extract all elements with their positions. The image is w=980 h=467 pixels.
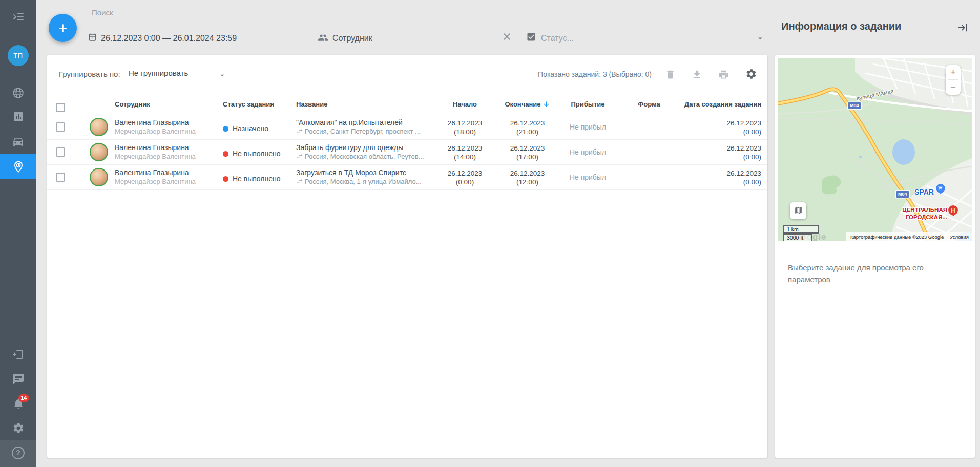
group-by-select[interactable]: Не группировать bbox=[129, 67, 232, 83]
header-title[interactable]: Название bbox=[296, 94, 456, 115]
sidebar-item-notifications[interactable]: 14 bbox=[0, 392, 36, 415]
task-address: Россия, Москва, 1-я улица Измайло... bbox=[305, 178, 422, 185]
status-filter-select[interactable]: Статус... bbox=[541, 34, 574, 43]
arrival-status: Не прибыл bbox=[558, 115, 617, 140]
table-row[interactable]: Валентина ГлазыринаМерчендайзер Валентин… bbox=[47, 115, 767, 140]
start-datetime: 26.12.2023(14:00) bbox=[435, 140, 494, 161]
info-panel-title: Информация о задании bbox=[781, 20, 901, 32]
sidebar-item-vehicles[interactable] bbox=[0, 130, 36, 153]
end-datetime: 26.12.2023(21:00) bbox=[498, 115, 557, 136]
store-pin-icon[interactable] bbox=[936, 184, 945, 193]
table-header-row: Сотрудник Статус задания Название Начало… bbox=[47, 94, 767, 114]
sidebar-item-add-device[interactable] bbox=[0, 343, 36, 366]
table-settings-button[interactable] bbox=[745, 68, 757, 80]
clear-employee-button[interactable] bbox=[502, 32, 512, 43]
map-type-button[interactable] bbox=[790, 202, 806, 219]
group-by-label: Группировать по: bbox=[59, 70, 120, 78]
end-datetime: 26.12.2023(17:00) bbox=[498, 140, 557, 161]
search-underline bbox=[92, 28, 181, 28]
status-dot bbox=[223, 176, 228, 182]
menu-toggle-button[interactable] bbox=[0, 6, 36, 28]
terms-link[interactable]: Условия bbox=[950, 234, 969, 240]
header-status[interactable]: Статус задания bbox=[223, 94, 294, 115]
sidebar-item-tasks-active[interactable] bbox=[0, 154, 36, 179]
calendar-icon bbox=[88, 32, 97, 44]
header-end[interactable]: Окончание bbox=[498, 94, 557, 116]
form-value: — bbox=[624, 115, 674, 140]
status-dot bbox=[223, 151, 228, 157]
delete-button[interactable] bbox=[664, 69, 676, 81]
task-title: Загрузиться в ТД Мороз Спиритс bbox=[296, 165, 456, 177]
poi-store-label[interactable]: SPAR bbox=[914, 188, 934, 196]
employee-role: Мерчендайзер Валентина bbox=[115, 126, 221, 135]
map-scale-ft: 3000 ft bbox=[783, 234, 812, 241]
status-label: Назначено bbox=[233, 124, 268, 133]
task-address: Россия, Московская область, Реутов... bbox=[305, 153, 424, 160]
map-scale-km: 1 km bbox=[783, 225, 819, 234]
header-created[interactable]: Дата создания задания bbox=[678, 94, 761, 115]
sidebar-item-settings[interactable] bbox=[0, 417, 36, 439]
status-label: Не выполнено bbox=[233, 150, 281, 158]
row-checkbox[interactable] bbox=[56, 147, 65, 157]
form-value: — bbox=[624, 165, 674, 190]
task-address: Россия, Санкт-Петербург, проспект ... bbox=[305, 128, 421, 135]
search-input[interactable]: Поиск bbox=[92, 8, 113, 17]
form-value: — bbox=[624, 140, 674, 165]
menu-open-icon bbox=[12, 11, 25, 23]
sidebar-item-map[interactable] bbox=[0, 81, 36, 104]
created-datetime: 26.12.2023(0:00) bbox=[678, 115, 761, 136]
select-all-checkbox[interactable] bbox=[56, 103, 65, 112]
row-checkbox[interactable] bbox=[56, 173, 65, 182]
status-label: Не выполнено bbox=[233, 175, 281, 183]
user-avatar[interactable]: ТП bbox=[8, 45, 29, 66]
download-button[interactable] bbox=[691, 69, 703, 81]
zoom-in-button[interactable]: + bbox=[946, 65, 961, 79]
notification-badge: 14 bbox=[18, 394, 30, 402]
avatar bbox=[90, 168, 108, 186]
employee-role: Мерчендайзер Валентина bbox=[115, 152, 221, 160]
download-icon bbox=[692, 69, 702, 80]
collapse-panel-button[interactable] bbox=[956, 22, 969, 35]
zoom-out-button[interactable]: − bbox=[946, 80, 961, 95]
table-row[interactable]: Валентина ГлазыринаМерчендайзер Валентин… bbox=[47, 165, 767, 190]
checkbox-checked-icon bbox=[526, 32, 536, 44]
car-icon bbox=[12, 135, 25, 148]
add-task-fab[interactable]: + bbox=[49, 14, 77, 42]
route-icon bbox=[296, 153, 303, 161]
date-range-input[interactable]: 26.12.2023 0:00 — 26.01.2024 23:59 bbox=[101, 34, 237, 43]
row-checkbox[interactable] bbox=[56, 122, 65, 132]
printer-icon bbox=[718, 69, 729, 80]
task-title: "Алкомагия" на пр.Испытателей bbox=[296, 115, 456, 126]
road-shield: M04 bbox=[896, 191, 909, 198]
header-employee[interactable]: Сотрудник bbox=[115, 94, 221, 115]
employee-name: Валентина Глазырина bbox=[115, 165, 221, 177]
map-attribution: Картографические данные ©2023 GoogleУсло… bbox=[846, 232, 972, 241]
sidebar-item-chat[interactable] bbox=[0, 368, 36, 390]
sidebar-item-statistics[interactable] bbox=[0, 105, 36, 128]
group-by-value: Не группировать bbox=[129, 69, 188, 77]
task-map[interactable]: вулиця Мамая M04 M04 SPAR ЦЕНТРАЛЬНАЯГОР… bbox=[778, 58, 972, 241]
header-arrival[interactable]: Прибытие bbox=[558, 94, 617, 115]
sidebar: ТП 14 ? bbox=[0, 0, 36, 467]
chevron-down-icon[interactable] bbox=[756, 34, 765, 45]
info-panel-card: вулиця Мамая M04 M04 SPAR ЦЕНТРАЛЬНАЯГОР… bbox=[775, 55, 975, 458]
sidebar-item-help[interactable]: ? bbox=[0, 441, 36, 464]
task-title: Забрать фурнитуру для одежды bbox=[296, 140, 456, 152]
end-datetime: 26.12.2023(12:00) bbox=[498, 165, 557, 186]
print-button[interactable] bbox=[717, 69, 729, 81]
gear-icon bbox=[12, 422, 25, 434]
empty-selection-message: Выберите задание для просмотра его парам… bbox=[788, 262, 958, 285]
hospital-pin-icon[interactable]: H bbox=[948, 205, 958, 215]
collapse-right-icon bbox=[957, 22, 968, 33]
header-start[interactable]: Начало bbox=[435, 94, 494, 115]
trash-icon bbox=[665, 69, 676, 80]
created-datetime: 26.12.2023(0:00) bbox=[678, 165, 761, 186]
employee-filter-input[interactable]: Сотрудник bbox=[332, 34, 372, 43]
header-form[interactable]: Форма bbox=[624, 94, 674, 115]
employee-role: Мерчендайзер Валентина bbox=[115, 177, 221, 185]
table-row[interactable]: Валентина ГлазыринаМерчендайзер Валентин… bbox=[47, 140, 767, 165]
employee-underline bbox=[316, 47, 528, 47]
attribution-text: Картографические данные ©2023 Google bbox=[850, 234, 944, 240]
poi-hospital-label[interactable]: ЦЕНТРАЛЬНАЯГОРОДСКАЯ... bbox=[879, 206, 947, 221]
gear-icon bbox=[745, 68, 757, 80]
